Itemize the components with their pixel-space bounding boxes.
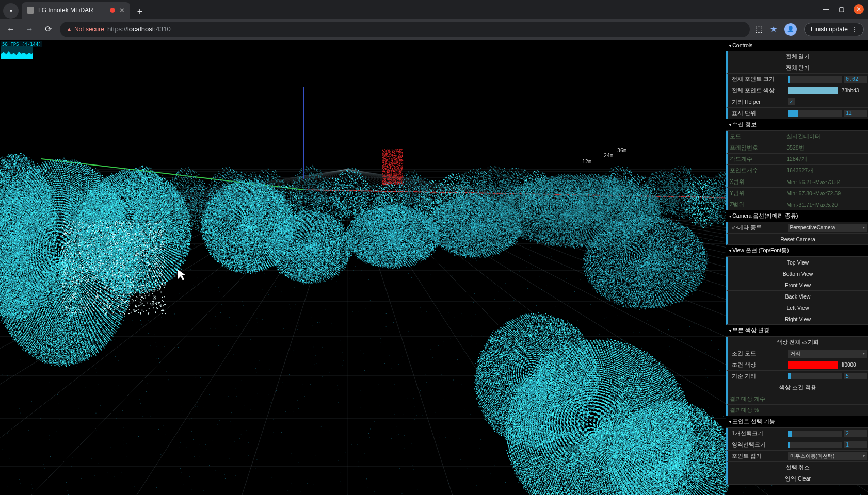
bottom-view-button[interactable]: Bottom View bbox=[726, 268, 868, 279]
distance-label: 12m bbox=[582, 159, 591, 164]
point-size-control[interactable]: 전체 포인트 크기 0.02 bbox=[726, 74, 868, 85]
folder-view[interactable]: View 옵션 (Top/Font등) bbox=[726, 245, 868, 257]
insecure-badge[interactable]: ▲ Not secure bbox=[66, 26, 104, 33]
folder-camera[interactable]: Camera 옵션(카메라 종류) bbox=[726, 210, 868, 222]
new-tab-button[interactable]: + bbox=[133, 5, 147, 19]
camera-type-select[interactable]: PerspectiveCamera▾ bbox=[788, 224, 867, 232]
address-bar[interactable]: ▲ Not secure https://localhost:4310 bbox=[60, 22, 750, 37]
color-apply-button[interactable]: 색상 조건 적용 bbox=[726, 382, 868, 393]
disp-unit-control[interactable]: 표시 단위 12 bbox=[726, 108, 868, 119]
tab-search-icon[interactable]: ▾ bbox=[3, 3, 19, 19]
disp-unit-slider[interactable] bbox=[788, 110, 842, 117]
front-view-button[interactable]: Front View bbox=[726, 279, 868, 291]
recording-icon bbox=[110, 8, 115, 13]
cond-color-control[interactable]: 조건 색상 ff0000 bbox=[726, 359, 868, 371]
single-sel-size-control[interactable]: 1개선택크기 2 bbox=[726, 428, 868, 439]
cond-color-swatch[interactable] bbox=[788, 361, 838, 369]
folder-part-color[interactable]: 부분 색상 변경 bbox=[726, 325, 868, 337]
point-color-swatch[interactable] bbox=[788, 87, 838, 94]
install-app-icon[interactable]: ⬚ bbox=[755, 24, 763, 34]
folder-controls[interactable]: Controls bbox=[726, 40, 868, 51]
viewport[interactable]: 58 FPS (4-144) 12m24m36m Controls 전체 열기 … bbox=[0, 40, 868, 495]
fps-graph bbox=[1, 46, 33, 59]
dist-helper-checkbox[interactable]: ✓ bbox=[788, 98, 795, 105]
point-grab-select[interactable]: 마우스이동(미선택)▾ bbox=[788, 452, 867, 460]
nav-reload-button[interactable]: ⟳ bbox=[41, 23, 55, 36]
tab-title: LG Innotek MLiDAR bbox=[38, 7, 93, 14]
area-sel-slider[interactable] bbox=[788, 442, 842, 448]
warning-icon: ▲ bbox=[66, 26, 72, 33]
window-maximize-icon[interactable]: ▢ bbox=[839, 6, 844, 13]
nav-back-button[interactable]: ← bbox=[4, 23, 18, 36]
distance-label: 24m bbox=[604, 153, 613, 158]
controls-panel[interactable]: Controls 전체 열기 전체 닫기 전체 포인트 크기 0.02 전체 포… bbox=[726, 40, 868, 485]
dist-helper-control[interactable]: 거리 Helper ✓ bbox=[726, 96, 868, 108]
point-grab-control[interactable]: 포인트 잡기 마우스이동(미선택)▾ bbox=[726, 451, 868, 462]
top-view-button[interactable]: Top View bbox=[726, 257, 868, 268]
single-sel-slider[interactable] bbox=[788, 431, 842, 437]
browser-toolbar: ← → ⟳ ▲ Not secure https://localhost:431… bbox=[0, 19, 868, 40]
ref-dist-slider[interactable] bbox=[788, 373, 842, 380]
folder-recv-info[interactable]: 수신 정보 bbox=[726, 119, 868, 131]
finish-update-button[interactable]: Finish update⋮ bbox=[804, 23, 864, 36]
cond-mode-select[interactable]: 거리▾ bbox=[788, 350, 867, 358]
reset-camera-button[interactable]: Reset Camera bbox=[726, 234, 868, 245]
right-view-button[interactable]: Right View bbox=[726, 314, 868, 325]
sel-cancel-button[interactable]: 선택 취소 bbox=[726, 462, 868, 473]
back-view-button[interactable]: Back View bbox=[726, 291, 868, 302]
chevron-down-icon: ▾ bbox=[863, 225, 865, 230]
profile-avatar[interactable]: 👤 bbox=[784, 23, 797, 36]
folder-point-select[interactable]: 포인트 선택 기능 bbox=[726, 416, 868, 428]
open-all-button[interactable]: 전체 열기 bbox=[726, 51, 868, 62]
url-text: https://localhost:4310 bbox=[107, 25, 171, 33]
left-view-button[interactable]: Left View bbox=[726, 302, 868, 314]
window-minimize-icon[interactable]: — bbox=[823, 6, 829, 13]
tab-close-icon[interactable]: ✕ bbox=[119, 7, 125, 14]
camera-type-control[interactable]: 카메라 종류 PerspectiveCamera▾ bbox=[726, 222, 868, 234]
browser-tab[interactable]: LG Innotek MLiDAR ✕ bbox=[22, 2, 130, 19]
result-count-row: 결과대상 개수 bbox=[726, 393, 868, 405]
close-all-button[interactable]: 전체 닫기 bbox=[726, 62, 868, 74]
favicon-icon bbox=[27, 7, 34, 14]
color-reset-button[interactable]: 색상 전체 초기화 bbox=[726, 337, 868, 348]
cond-mode-control[interactable]: 조건 모드 거리▾ bbox=[726, 348, 868, 359]
chevron-down-icon: ▾ bbox=[863, 454, 865, 458]
chevron-down-icon: ▾ bbox=[863, 351, 865, 356]
area-clear-button[interactable]: 영역 Clear bbox=[726, 473, 868, 485]
window-close-icon[interactable]: ✕ bbox=[854, 4, 864, 14]
menu-dots-icon: ⋮ bbox=[851, 26, 857, 33]
point-size-slider[interactable] bbox=[788, 76, 842, 82]
distance-label: 36m bbox=[617, 147, 626, 153]
nav-forward-button[interactable]: → bbox=[23, 23, 36, 36]
ref-dist-control[interactable]: 기준 거리 5 bbox=[726, 371, 868, 382]
browser-titlebar: ▾ LG Innotek MLiDAR ✕ + — ▢ ✕ bbox=[0, 0, 868, 19]
area-sel-size-control[interactable]: 영역선택크기 1 bbox=[726, 439, 868, 451]
point-color-control[interactable]: 전체 포인트 색상 73bbd3 bbox=[726, 85, 868, 96]
result-pct-row: 결과대상 % bbox=[726, 405, 868, 416]
bookmark-star-icon[interactable]: ★ bbox=[770, 24, 777, 34]
